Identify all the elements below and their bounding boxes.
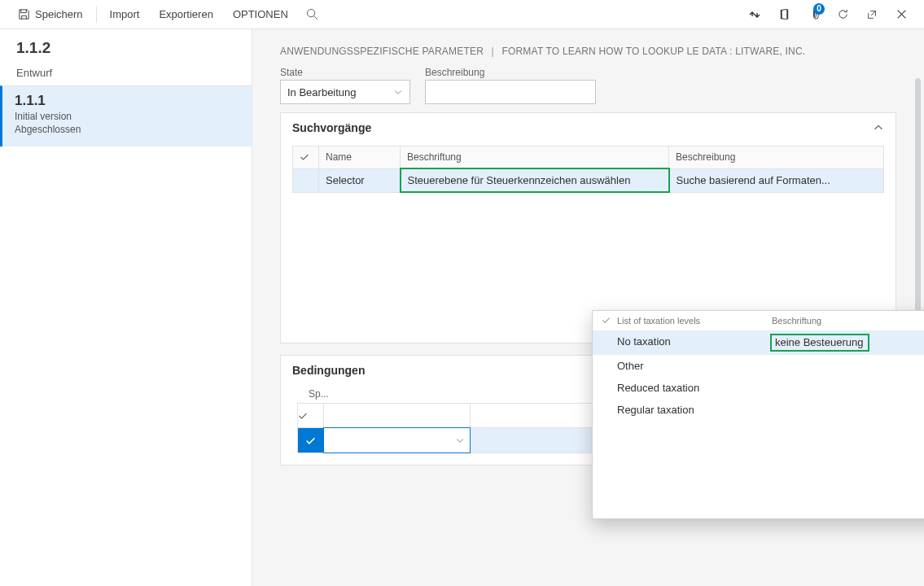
close-button[interactable]: [887, 0, 916, 29]
check-icon: [305, 435, 316, 446]
popup-cell: Reduced taxation: [617, 382, 772, 394]
search-icon: [306, 8, 318, 20]
export-button[interactable]: Exportieren: [149, 0, 222, 29]
popup-row-other[interactable]: Other: [593, 355, 924, 377]
state-value: In Bearbeitung: [287, 86, 357, 98]
office-icon: [778, 8, 790, 20]
conditions-input-1[interactable]: [324, 428, 450, 453]
conditions-check-header[interactable]: [298, 404, 324, 428]
current-version-title: 1.1.2: [16, 39, 235, 57]
cell-desc: Suche basierend auf Formaten...: [669, 168, 884, 192]
lookups-card: Suchvorgänge Name Beschriftung Beschreib…: [280, 112, 896, 343]
chevron-down-icon[interactable]: [455, 435, 465, 445]
popup-row-reduced[interactable]: Reduced taxation: [593, 377, 924, 399]
popup-cell: Regular taxation: [617, 404, 772, 416]
popup-cell: Other: [617, 360, 772, 372]
office-icon-button[interactable]: [769, 0, 799, 29]
refresh-button[interactable]: [828, 0, 857, 29]
attach-badge: 0: [813, 3, 825, 15]
link-icon: [748, 8, 761, 21]
popup-cell: [772, 382, 924, 394]
close-icon: [896, 9, 907, 20]
col-name-header[interactable]: Name: [319, 146, 401, 169]
svg-line-1: [314, 15, 318, 20]
version-number: 1.1.1: [15, 93, 235, 109]
check-icon: [300, 152, 309, 162]
description-label: Beschreibung: [425, 67, 596, 78]
popout-button[interactable]: [857, 0, 887, 29]
version-sidebar: 1.1.2 Entwurf 1.1.1 Initial version Abge…: [0, 29, 252, 586]
state-field: State In Bearbeitung: [280, 67, 410, 104]
popup-col1-header[interactable]: List of taxation levels: [617, 316, 772, 326]
conditions-title: Bedingungen: [292, 364, 365, 377]
attach-with-badge-button[interactable]: 0: [799, 0, 828, 29]
save-icon: [18, 8, 30, 20]
version-item-1-1-1[interactable]: 1.1.1 Initial version Abgeschlossen: [0, 85, 252, 146]
popup-cell: [772, 360, 924, 372]
lookups-title: Suchvorgänge: [292, 121, 371, 134]
taxation-levels-popup: List of taxation levels Beschriftung No …: [592, 310, 924, 519]
description-input[interactable]: [425, 80, 596, 104]
popup-cell: No taxation: [617, 335, 772, 350]
import-button[interactable]: Import: [100, 0, 150, 29]
state-label: State: [280, 67, 410, 78]
conditions-cell-order[interactable]: 1: [471, 428, 609, 453]
col-desc-header[interactable]: Beschreibung: [669, 146, 884, 169]
popup-cell: [772, 404, 924, 416]
version-line1: Initial version: [15, 111, 235, 122]
lookups-row-selector[interactable]: Selector Steuerebene für Steuerkennzeich…: [293, 168, 884, 192]
description-field: Beschreibung: [425, 67, 596, 104]
popout-icon: [866, 9, 878, 20]
command-bar: Speichern Import Exportieren OPTIONEN 0: [0, 0, 924, 29]
lookups-card-header[interactable]: Suchvorgänge: [281, 113, 896, 142]
save-button[interactable]: Speichern: [8, 0, 93, 29]
cell-label-highlighted: Steuerebene für Steuerkennzeichen auswäh…: [401, 168, 669, 192]
lookups-header-row: Name Beschriftung Beschreibung: [293, 146, 884, 169]
breadcrumb: ANWENDUNGSSPEZIFISCHE PARAMETER | FORMAT…: [280, 46, 896, 57]
search-button[interactable]: [298, 0, 327, 29]
version-line2: Abgeschlossen: [15, 124, 235, 135]
popup-col2-header[interactable]: Beschriftung: [772, 316, 924, 326]
col-label-header[interactable]: Beschriftung: [401, 146, 669, 169]
breadcrumb-segment-1[interactable]: ANWENDUNGSSPEZIFISCHE PARAMETER: [280, 46, 484, 57]
breadcrumb-separator: |: [487, 46, 499, 57]
check-icon: [599, 316, 612, 325]
options-button[interactable]: OPTIONEN: [223, 0, 298, 29]
link-icon-button[interactable]: [740, 0, 769, 29]
refresh-icon: [837, 8, 849, 20]
check-icon: [298, 411, 308, 421]
current-version-status: Entwurf: [0, 60, 252, 85]
command-separator: [96, 7, 97, 23]
save-label: Speichern: [35, 8, 83, 20]
chevron-down-icon: [393, 87, 403, 97]
popup-label-highlighted: keine Besteuerung: [772, 335, 868, 350]
state-dropdown[interactable]: In Bearbeitung: [280, 80, 410, 104]
cell-name: Selector: [319, 168, 401, 192]
popup-row-no-taxation[interactable]: No taxation keine Besteuerung: [593, 330, 924, 355]
popup-cell-labeled: keine Besteuerung: [772, 335, 924, 350]
popup-row-regular[interactable]: Regular taxation: [593, 399, 924, 421]
chevron-up-icon: [873, 122, 884, 133]
check-column-header[interactable]: [293, 146, 319, 169]
lookups-table: Name Beschriftung Beschreibung Selector …: [292, 146, 884, 193]
breadcrumb-segment-2: FORMAT TO LEARN HOW TO LOOKUP LE DATA : …: [501, 46, 805, 57]
popup-header-row: List of taxation levels Beschriftung: [593, 311, 924, 330]
